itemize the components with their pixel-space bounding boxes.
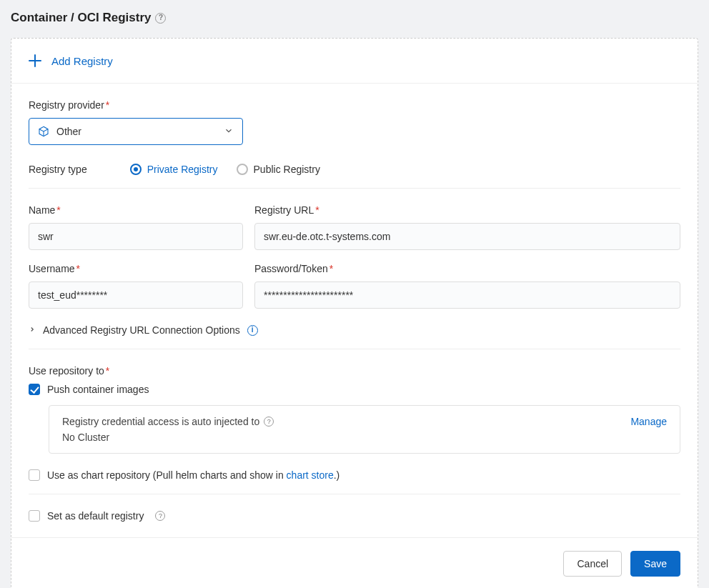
registry-provider-select[interactable]: Other bbox=[29, 118, 243, 145]
add-registry-link[interactable]: Add Registry bbox=[51, 55, 113, 67]
username-input[interactable] bbox=[29, 281, 243, 309]
card-header: Add Registry bbox=[11, 39, 698, 84]
push-images-checkbox[interactable] bbox=[29, 384, 40, 395]
username-label: Username* bbox=[29, 263, 243, 274]
advanced-options-label: Advanced Registry URL Connection Options bbox=[43, 324, 240, 336]
radio-public-registry[interactable]: Public Registry bbox=[237, 164, 320, 175]
cancel-button[interactable]: Cancel bbox=[563, 551, 622, 577]
chevron-right-icon bbox=[29, 325, 36, 335]
page-title-text: Container / OCI Registry bbox=[11, 11, 151, 25]
name-label: Name* bbox=[29, 204, 243, 216]
help-icon[interactable]: ? bbox=[155, 511, 165, 521]
push-images-label: Push container images bbox=[47, 384, 149, 395]
form-footer: Cancel Save bbox=[11, 537, 698, 588]
url-label: Registry URL* bbox=[254, 204, 680, 216]
save-button[interactable]: Save bbox=[630, 551, 680, 577]
chart-repo-label: Use as chart repository (Pull helm chart… bbox=[47, 469, 339, 481]
page-title: Container / OCI Registry ? bbox=[11, 11, 698, 25]
chart-repo-checkbox[interactable] bbox=[29, 469, 40, 481]
registry-form-card: Add Registry Registry provider* Other Re… bbox=[11, 38, 698, 588]
name-input[interactable] bbox=[29, 223, 243, 250]
registry-url-input[interactable] bbox=[254, 223, 680, 250]
provider-selected: Other bbox=[56, 126, 81, 137]
registry-type-label: Registry type bbox=[29, 164, 87, 175]
password-label: Password/Token* bbox=[254, 263, 680, 274]
credential-inject-panel: Registry credential access is auto injec… bbox=[49, 405, 680, 454]
manage-link[interactable]: Manage bbox=[630, 416, 667, 427]
info-icon[interactable]: i bbox=[247, 325, 258, 336]
help-icon[interactable]: ? bbox=[264, 417, 274, 427]
help-icon[interactable]: ? bbox=[155, 13, 166, 24]
credential-text: Registry credential access is auto injec… bbox=[62, 416, 259, 427]
use-repository-label: Use repository to* bbox=[29, 365, 680, 377]
plus-icon bbox=[29, 54, 41, 67]
cube-icon bbox=[38, 126, 49, 137]
provider-label: Registry provider* bbox=[29, 99, 680, 111]
advanced-options-toggle[interactable]: Advanced Registry URL Connection Options… bbox=[29, 324, 680, 336]
cluster-value: No Cluster bbox=[62, 432, 274, 443]
default-registry-checkbox[interactable] bbox=[29, 510, 40, 522]
password-input[interactable] bbox=[254, 281, 680, 309]
chevron-down-icon bbox=[224, 126, 234, 138]
default-registry-label: Set as default registry bbox=[47, 510, 144, 522]
radio-private-registry[interactable]: Private Registry bbox=[130, 164, 218, 175]
chart-store-link[interactable]: chart store bbox=[287, 469, 334, 481]
